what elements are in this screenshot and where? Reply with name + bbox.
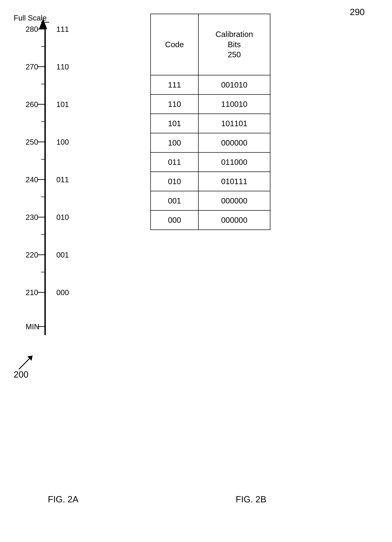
axis-vertical-line <box>44 27 46 335</box>
table-header-row: Code Calibration Bits 250 <box>151 14 270 75</box>
axis-arrow-up <box>39 19 47 29</box>
code-cell-7: 000 <box>151 210 198 230</box>
minor-tick-1 <box>41 46 46 47</box>
code-230: 010 <box>56 213 69 222</box>
code-220: 001 <box>56 251 69 259</box>
tick-270 <box>37 66 46 67</box>
code-cell-0: 111 <box>151 75 198 94</box>
code-250: 100 <box>56 138 69 146</box>
label-270: 270 <box>26 63 38 71</box>
label-210: 210 <box>26 288 38 297</box>
calibration-table: Code Calibration Bits 250 111 001010 110… <box>150 14 270 230</box>
fig-label-2a: FIG. 2A <box>48 494 78 504</box>
calibration-cell-7: 000000 <box>198 210 270 230</box>
tick-220 <box>37 255 46 255</box>
scale-diagram: Full Scale 280 111 270 110 <box>14 14 99 352</box>
label-220: 220 <box>26 251 38 259</box>
code-260: 101 <box>56 100 69 109</box>
header-calibration-bits: Calibration Bits 250 <box>198 14 270 75</box>
code-210: 000 <box>56 288 69 297</box>
table-row: 001 000000 <box>151 191 270 210</box>
code-280: 111 <box>56 25 69 33</box>
calibration-cell-4: 011000 <box>198 152 270 172</box>
table-row: 100 000000 <box>151 133 270 152</box>
code-cell-1: 110 <box>151 94 198 114</box>
minor-tick-2 <box>41 84 46 84</box>
table-row: 011 011000 <box>151 152 270 172</box>
ref-200-label: 200 <box>14 369 28 379</box>
tick-240 <box>37 179 46 180</box>
minor-tick-6 <box>41 234 46 235</box>
header-code: Code <box>151 14 198 75</box>
min-label: MIN <box>26 322 39 331</box>
minor-tick-5 <box>41 197 46 197</box>
code-cell-5: 010 <box>151 172 198 191</box>
tick-250 <box>37 141 46 142</box>
calibration-table-container: Code Calibration Bits 250 111 001010 110… <box>150 14 378 230</box>
code-240: 011 <box>56 175 69 184</box>
label-230: 230 <box>26 213 38 222</box>
calibration-cell-2: 101101 <box>198 114 270 133</box>
minor-tick-7 <box>41 272 46 272</box>
minor-tick-3 <box>41 121 46 122</box>
label-250: 250 <box>26 138 38 146</box>
tick-260 <box>37 104 46 105</box>
calibration-cell-5: 010111 <box>198 172 270 191</box>
table-row: 000 000000 <box>151 210 270 230</box>
fig-label-2b: FIG. 2B <box>236 494 266 504</box>
table-row: 101 101101 <box>151 114 270 133</box>
calibration-cell-6: 000000 <box>198 191 270 210</box>
table-row: 111 001010 <box>151 75 270 94</box>
code-cell-2: 101 <box>151 114 198 133</box>
calibration-cell-1: 110010 <box>198 94 270 114</box>
code-cell-6: 001 <box>151 191 198 210</box>
axis-container: 280 111 270 110 260 101 <box>27 27 99 352</box>
label-260: 260 <box>26 100 38 109</box>
code-270: 110 <box>56 63 69 71</box>
label-240: 240 <box>26 175 38 184</box>
minor-tick-4 <box>41 159 46 160</box>
calibration-cell-0: 001010 <box>198 75 270 94</box>
tick-230 <box>37 217 46 217</box>
code-cell-4: 011 <box>151 152 198 172</box>
main-content: Full Scale 280 111 270 110 <box>14 14 378 352</box>
code-cell-3: 100 <box>151 133 198 152</box>
tick-210 <box>37 292 46 293</box>
tick-280 <box>37 29 46 29</box>
calibration-cell-3: 000000 <box>198 133 270 152</box>
table-row: 110 110010 <box>151 94 270 114</box>
label-280: 280 <box>26 25 38 33</box>
table-row: 010 010111 <box>151 172 270 191</box>
